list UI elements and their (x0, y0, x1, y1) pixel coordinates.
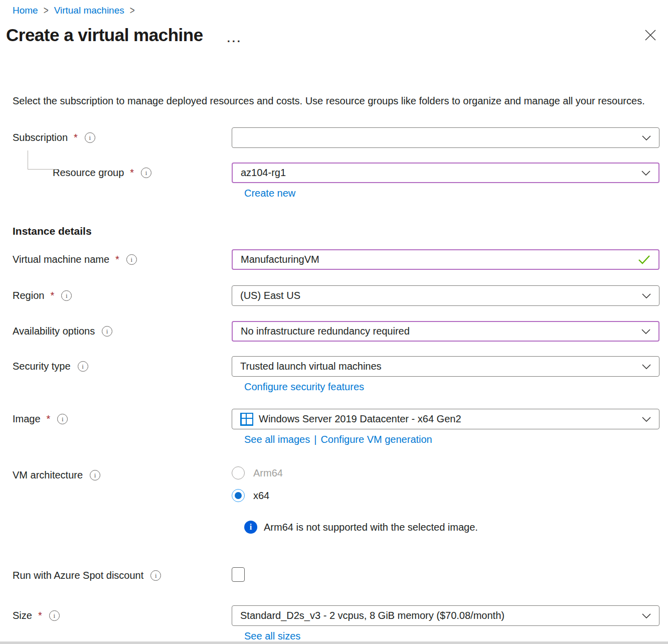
required-marker: * (74, 132, 78, 143)
image-label: Image (13, 413, 41, 425)
info-icon[interactable]: i (49, 610, 60, 621)
chevron-down-icon (642, 613, 651, 618)
chevron-down-icon (642, 135, 651, 140)
see-all-images-link[interactable]: See all images (244, 434, 310, 445)
vm-name-label-cell: Virtual machine name * i (13, 254, 232, 265)
vm-name-label: Virtual machine name (13, 254, 109, 265)
image-dropdown[interactable]: Windows Server 2019 Datacenter - x64 Gen… (232, 409, 659, 429)
resource-group-indent-line (28, 150, 59, 170)
field-row-security-type: Security type i Trusted launch virtual m… (13, 356, 668, 377)
info-icon[interactable]: i (141, 168, 151, 178)
spot-label: Run with Azure Spot discount (13, 570, 143, 581)
intro-text: Select the subscription to manage deploy… (13, 93, 647, 109)
resource-group-value: az104-rg1 (241, 167, 286, 179)
size-label: Size (13, 610, 32, 621)
resource-group-label: Resource group (53, 167, 124, 179)
vm-architecture-label-cell: VM architecture i (13, 469, 232, 481)
spot-label-cell: Run with Azure Spot discount i (13, 570, 232, 581)
close-icon[interactable] (643, 28, 658, 43)
size-label-cell: Size * i (13, 610, 232, 621)
valid-check-icon (638, 255, 650, 264)
info-icon[interactable]: i (150, 570, 161, 581)
info-icon[interactable]: i (90, 470, 100, 480)
more-menu-button[interactable]: ... (227, 29, 242, 41)
field-row-size: Size * i Standard_D2s_v3 - 2 vcpus, 8 Gi… (13, 605, 668, 626)
spot-checkbox[interactable] (232, 567, 245, 582)
vm-architecture-radio-group: Arm64 x64 (232, 466, 659, 502)
radio-unselected-icon (232, 466, 245, 479)
windows-logo-icon (240, 413, 253, 426)
field-row-image: Image * i Windows Server 2019 Datacenter… (13, 409, 668, 429)
breadcrumb-home-link[interactable]: Home (13, 5, 38, 16)
configure-security-features-link[interactable]: Configure security features (244, 381, 364, 392)
create-vm-blade: Home > Virtual machines > Create a virtu… (0, 0, 668, 644)
availability-label: Availability options (13, 326, 95, 337)
chevron-down-icon (642, 417, 651, 422)
link-separator: | (310, 434, 320, 445)
radio-arm64-label: Arm64 (253, 467, 283, 479)
vm-name-input[interactable]: ManufacturingVM (232, 249, 659, 270)
configure-security-row: Configure security features (244, 381, 668, 393)
info-icon[interactable]: i (78, 361, 88, 372)
region-dropdown[interactable]: (US) East US (232, 285, 659, 306)
field-row-availability: Availability options i No infrastructure… (13, 321, 668, 342)
breadcrumb: Home > Virtual machines > (0, 0, 668, 16)
basics-form: Subscription * i Resource group * (0, 127, 668, 642)
page-title: Create a virtual machine (6, 25, 203, 45)
security-type-label: Security type (13, 361, 71, 372)
create-new-row: Create new (244, 188, 668, 199)
info-icon[interactable]: i (102, 326, 112, 337)
info-filled-icon: i (244, 521, 257, 534)
arm64-info-text: Arm64 is not supported with the selected… (264, 522, 478, 533)
required-marker: * (130, 167, 134, 179)
radio-arm64[interactable]: Arm64 (232, 466, 659, 479)
info-icon[interactable]: i (61, 290, 72, 301)
security-type-label-cell: Security type i (13, 361, 232, 372)
image-value: Windows Server 2019 Datacenter - x64 Gen… (259, 413, 461, 425)
radio-x64-label: x64 (253, 490, 269, 502)
section-divider (0, 641, 668, 644)
subscription-label: Subscription (13, 132, 68, 143)
arm64-info-note: i Arm64 is not supported with the select… (244, 521, 668, 534)
instance-details-heading: Instance details (13, 225, 668, 237)
see-all-sizes-link[interactable]: See all sizes (244, 630, 300, 641)
info-icon[interactable]: i (85, 132, 95, 143)
field-row-subscription: Subscription * i (13, 127, 668, 148)
chevron-down-icon (642, 293, 651, 298)
breadcrumb-separator-icon: > (43, 4, 49, 18)
radio-selected-icon (232, 489, 245, 502)
required-marker: * (47, 413, 51, 425)
region-label-cell: Region * i (13, 290, 232, 301)
create-new-link[interactable]: Create new (244, 188, 295, 199)
security-type-value: Trusted launch virtual machines (240, 361, 382, 372)
chevron-down-icon (641, 171, 650, 176)
required-marker: * (115, 254, 119, 265)
radio-x64[interactable]: x64 (232, 489, 659, 502)
subscription-dropdown[interactable] (232, 127, 659, 148)
chevron-down-icon (641, 329, 650, 334)
required-marker: * (50, 290, 54, 301)
info-icon[interactable]: i (126, 254, 137, 265)
info-icon[interactable]: i (57, 414, 68, 424)
size-value: Standard_D2s_v3 - 2 vcpus, 8 GiB memory … (240, 610, 505, 621)
image-links-row: See all images|Configure VM generation (244, 434, 668, 445)
see-all-sizes-row: See all sizes (244, 630, 668, 642)
resource-group-dropdown[interactable]: az104-rg1 (232, 163, 659, 183)
availability-value: No infrastructure redundancy required (241, 326, 410, 337)
breadcrumb-virtual-machines-link[interactable]: Virtual machines (54, 5, 124, 16)
field-row-region: Region * i (US) East US (13, 285, 668, 306)
availability-dropdown[interactable]: No infrastructure redundancy required (232, 321, 659, 342)
availability-label-cell: Availability options i (13, 326, 232, 337)
region-value: (US) East US (240, 290, 300, 301)
image-label-cell: Image * i (13, 413, 232, 425)
subscription-label-cell: Subscription * i (13, 132, 232, 143)
field-row-spot: Run with Azure Spot discount i (13, 567, 668, 584)
required-marker: * (38, 610, 42, 621)
vm-architecture-label: VM architecture (13, 469, 83, 481)
breadcrumb-separator-icon: > (129, 4, 135, 18)
field-row-vm-name: Virtual machine name * i ManufacturingVM (13, 249, 668, 270)
size-dropdown[interactable]: Standard_D2s_v3 - 2 vcpus, 8 GiB memory … (232, 605, 659, 626)
security-type-dropdown[interactable]: Trusted launch virtual machines (232, 356, 659, 377)
configure-vm-generation-link[interactable]: Configure VM generation (320, 434, 432, 445)
title-row: Create a virtual machine ... (6, 25, 658, 45)
